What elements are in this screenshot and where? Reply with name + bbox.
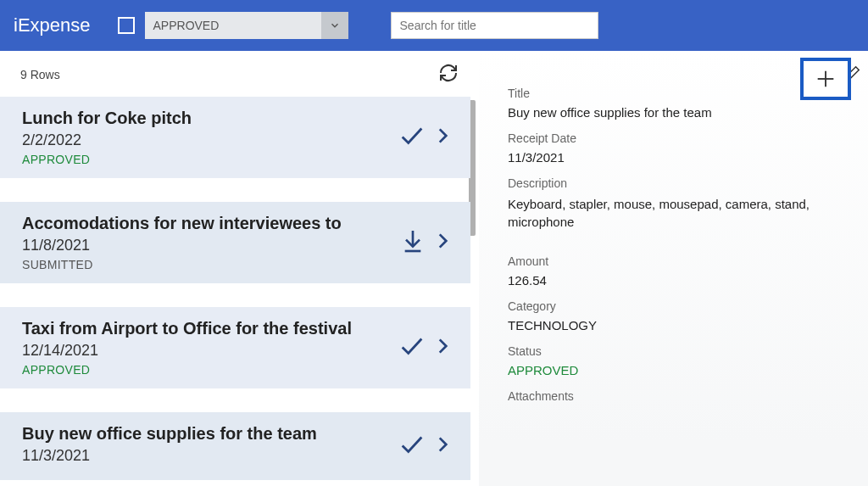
check-icon[interactable]	[398, 121, 426, 154]
item-date: 11/8/2021	[22, 237, 453, 254]
item-title: Buy new office supplies for the team	[22, 424, 453, 444]
add-button[interactable]	[800, 58, 851, 100]
check-icon[interactable]	[398, 430, 426, 462]
row-count: 9 Rows	[20, 68, 60, 81]
chevron-right-icon[interactable]	[431, 433, 453, 459]
check-icon[interactable]	[398, 332, 426, 364]
list-body: Lunch for Coke pitch 2/2/2022 APPROVED A…	[0, 97, 479, 486]
list-item[interactable]: Taxi from Airport to Office for the fest…	[0, 307, 470, 388]
search-input[interactable]	[391, 12, 598, 39]
item-date: 2/2/2022	[22, 131, 453, 149]
field-label-status: Status	[508, 344, 848, 358]
item-title: Lunch for Coke pitch	[22, 109, 453, 128]
field-label-receipt-date: Receipt Date	[508, 131, 848, 145]
field-value-title: Buy new office supplies for the team	[508, 105, 848, 120]
download-icon[interactable]	[399, 227, 426, 258]
field-label-category: Category	[508, 299, 848, 313]
field-label-title: Title	[508, 87, 848, 100]
list-item[interactable]: Lunch for Coke pitch 2/2/2022 APPROVED	[0, 97, 470, 178]
item-status: SUBMITTED	[22, 258, 453, 271]
item-title: Taxi from Airport to Office for the fest…	[22, 319, 453, 338]
app-title: iExpense	[14, 14, 91, 36]
detail-pane: Title Buy new office supplies for the te…	[479, 51, 868, 486]
chevron-right-icon[interactable]	[431, 230, 453, 255]
item-status: APPROVED	[22, 153, 453, 166]
list-item[interactable]: Accomodations for new interviewees to 11…	[0, 202, 470, 283]
field-label-attachments: Attachments	[508, 389, 848, 403]
item-status: APPROVED	[22, 363, 453, 377]
filter-dropdown[interactable]: APPROVED	[145, 12, 348, 39]
refresh-icon[interactable]	[438, 63, 459, 87]
field-value-description: Keyboard, stapler, mouse, mousepad, came…	[508, 195, 848, 231]
field-label-description: Description	[508, 176, 848, 190]
item-title: Accomodations for new interviewees to	[22, 214, 453, 233]
app-header: iExpense APPROVED	[0, 0, 868, 51]
chevron-down-icon[interactable]	[321, 12, 348, 39]
list-item[interactable]: Buy new office supplies for the team 11/…	[0, 412, 470, 480]
field-value-amount: 126.54	[508, 273, 848, 288]
field-label-amount: Amount	[508, 254, 848, 268]
item-date: 12/14/2021	[22, 342, 453, 360]
field-value-status: APPROVED	[508, 363, 848, 377]
chevron-right-icon[interactable]	[431, 335, 453, 360]
item-date: 11/3/2021	[22, 447, 453, 465]
filter-checkbox[interactable]	[118, 17, 135, 34]
field-value-category: TECHNOLOGY	[508, 318, 848, 332]
field-value-receipt-date: 11/3/2021	[508, 150, 848, 165]
filter-dropdown-value: APPROVED	[145, 19, 321, 32]
list-pane: 9 Rows Lunch for Coke pitch 2/2/2022 APP…	[0, 51, 479, 486]
chevron-right-icon[interactable]	[431, 125, 453, 150]
